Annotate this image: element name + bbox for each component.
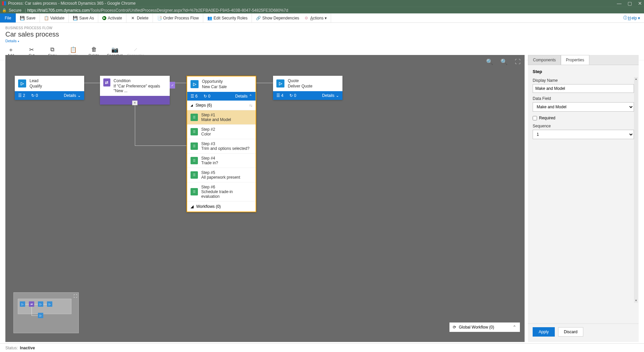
breadcrumb: BUSINESS PROCESS FLOW	[5, 26, 639, 30]
required-label: Required	[539, 116, 555, 120]
process-canvas[interactable]: 🔍 🔍 ⛶ ▷ Lead Qualify ☰ 2 ↻ 0 Details ⌄ ⇄	[5, 55, 525, 342]
activate-button[interactable]: ▶Activate	[101, 13, 123, 22]
collapse-icon: ◢	[191, 104, 193, 107]
edit-security-roles-button[interactable]: 👥Edit Security Roles	[206, 13, 249, 22]
minimap-edge	[25, 304, 29, 304]
help-link[interactable]: ⓘ Help ▾	[619, 13, 644, 22]
step-item-5[interactable]: ☰ Step #5All paperwork present	[187, 168, 256, 182]
show-dependencies-button[interactable]: 🔗Show Dependencies	[255, 13, 301, 22]
stage-subtitle: Qualify	[30, 84, 42, 89]
page-header: BUSINESS PROCESS FLOW Car sales process …	[0, 23, 644, 45]
reorder-icon[interactable]: ↑↓	[249, 103, 252, 107]
actions-menu[interactable]: ⚙Actions ▾	[303, 13, 328, 22]
steps-count: ☰ 6	[191, 94, 198, 99]
chevron-down-icon: ▾	[18, 40, 19, 43]
properties-panel: Components Properties Step Display Name …	[528, 55, 639, 342]
minimap-viewport[interactable]	[18, 299, 71, 314]
data-field-label: Data Field	[533, 96, 634, 101]
branch-true-icon[interactable]: ✓	[170, 82, 175, 89]
tab-components[interactable]: Components	[528, 55, 561, 65]
global-workflow-bar[interactable]: ⟳ Global Workflow (0) ⌃	[449, 322, 520, 332]
stage-condition[interactable]: ⇄ Condition If "Car Preference" equals "…	[100, 76, 170, 105]
steps-header[interactable]: ◢ Steps (6) ↑↓	[187, 101, 256, 110]
global-workflow-label: Global Workflow (0)	[459, 325, 494, 330]
step-icon: ☰	[191, 171, 198, 179]
tab-properties[interactable]: Properties	[561, 55, 589, 65]
save-as-icon: 💾	[73, 15, 78, 20]
chevron-up-icon: ⌃	[513, 325, 517, 330]
workflow-count: ↻ 0	[204, 94, 210, 99]
stage-subtitle: Deliver Quote	[288, 84, 312, 89]
status-label: Status:	[5, 346, 18, 350]
order-process-flow-button[interactable]: 📑Order Process Flow	[156, 13, 200, 22]
connector-edge	[135, 99, 135, 145]
step-item-6[interactable]: ☰ Step #6Schedule trade-in evaluation	[187, 182, 256, 201]
branch-false-icon[interactable]: ✕	[132, 101, 138, 105]
step-item-1[interactable]: ☰ Step #1Make and Model	[187, 110, 256, 125]
save-as-button[interactable]: 💾Save As	[71, 13, 95, 22]
refresh-icon: ⟳	[453, 325, 456, 330]
sequence-select[interactable]: 1	[533, 130, 634, 139]
workflows-header[interactable]: ◢ Workflows (0)	[187, 201, 256, 212]
chevron-down-icon: ⌄	[77, 93, 81, 98]
stage-icon: ▷	[276, 79, 284, 87]
step-icon: ☰	[191, 128, 198, 135]
file-menu[interactable]: File	[0, 13, 16, 22]
security-icon: 👥	[207, 15, 212, 20]
display-name-input[interactable]	[533, 84, 634, 93]
stage-subtitle: New Car Sale	[202, 84, 227, 89]
stage-opportunity[interactable]: ▷ Opportunity New Car Sale ☰ 6 ↻ 0 Detai…	[186, 76, 256, 212]
minimap-edge	[32, 307, 32, 315]
stage-lead[interactable]: ▷ Lead Qualify ☰ 2 ↻ 0 Details ⌄	[15, 76, 84, 100]
actions-icon: ⚙	[304, 15, 309, 20]
save-button[interactable]: 💾Save	[18, 13, 37, 22]
minimize-icon[interactable]: —	[617, 1, 622, 6]
url-host: https://trial1705.crm.dynamics.com	[27, 8, 89, 13]
step-item-2[interactable]: ☰ Step #2Color	[187, 125, 256, 139]
validate-button[interactable]: 📋Validate	[43, 13, 66, 22]
camera-icon: 📷	[111, 46, 118, 53]
minimap-edge	[34, 304, 38, 304]
delete-button[interactable]: ✕Delete	[129, 13, 150, 22]
panel-scrollbar[interactable]: ▴ ▾	[634, 77, 638, 303]
minimap[interactable]: ⛶ ▷ ⇄ ▷ ▷ ▷	[13, 292, 79, 333]
step-icon: ☰	[191, 157, 198, 164]
minimap-edge	[43, 304, 47, 304]
minimap-edge	[32, 315, 38, 316]
workflow-count: ↻ 0	[31, 93, 38, 98]
scroll-up-icon[interactable]: ▴	[634, 77, 638, 81]
discard-button[interactable]: Discard	[558, 327, 583, 337]
maximize-icon[interactable]: ▢	[628, 1, 632, 6]
scissors-icon: ✂	[29, 46, 34, 53]
zoom-in-icon[interactable]: 🔍	[500, 58, 507, 65]
apply-button[interactable]: Apply	[533, 327, 555, 337]
stage-details-toggle[interactable]: Details ⌃	[235, 94, 252, 99]
scroll-down-icon[interactable]: ▾	[634, 299, 638, 303]
stage-details-toggle[interactable]: Details ⌄	[322, 93, 339, 98]
step-item-3[interactable]: ☰ Step #3Trim and options selected?	[187, 139, 256, 154]
status-bar: Status: Inactive	[0, 343, 644, 352]
connector-edge	[256, 83, 273, 83]
window-title: Process: Car sales process - Microsoft D…	[8, 1, 617, 6]
data-field-select[interactable]: Make and Model	[533, 102, 634, 112]
stage-title: Opportunity	[202, 79, 227, 84]
secure-label: Secure	[9, 8, 21, 13]
close-icon[interactable]: ✕	[638, 1, 642, 6]
stage-icon: ▷	[191, 80, 199, 88]
fit-screen-icon[interactable]: ⛶	[515, 59, 521, 65]
minimap-expand-icon[interactable]: ⛶	[73, 294, 77, 298]
required-checkbox[interactable]	[533, 116, 537, 120]
details-toggle[interactable]: Details ▾	[5, 39, 19, 43]
minimap-node: ▷	[20, 301, 25, 307]
sequence-label: Sequence	[533, 124, 634, 128]
step-item-4[interactable]: ☰ Step #4Trade in?	[187, 154, 256, 168]
zoom-out-icon[interactable]: 🔍	[486, 58, 493, 65]
stage-quote[interactable]: ▷ Quote Deliver Quote ☰ 4 ↻ 0 Details ⌄	[273, 76, 342, 100]
stage-details-toggle[interactable]: Details ⌄	[64, 93, 81, 98]
app-favicon	[2, 1, 6, 5]
copy-icon: ⧉	[50, 46, 54, 53]
steps-count: ☰ 4	[276, 93, 283, 98]
dependencies-icon: 🔗	[256, 15, 261, 20]
order-icon: 📑	[157, 15, 162, 20]
collapse-icon: ◢	[191, 204, 194, 209]
